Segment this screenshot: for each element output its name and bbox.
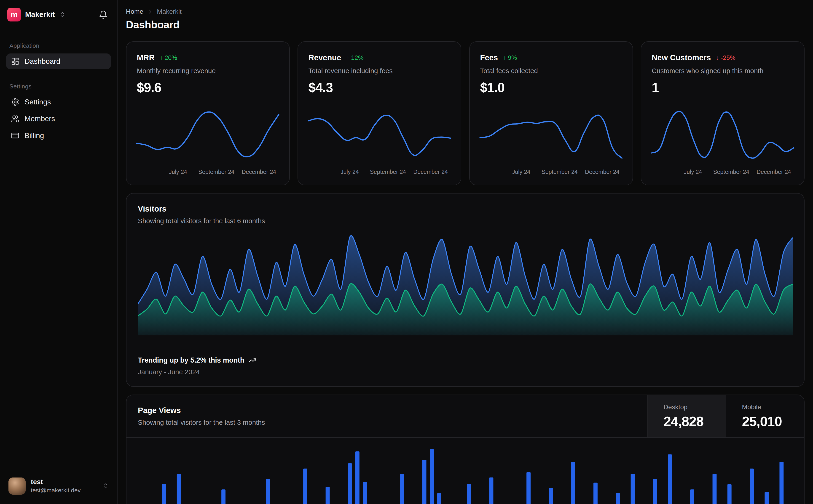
- arrow-up-icon: ↑: [503, 54, 506, 61]
- visitors-period: January - June 2024: [138, 368, 793, 376]
- visitors-card: Visitors Showing total visitors for the …: [126, 193, 805, 387]
- section-label-application: Application: [9, 42, 108, 49]
- page-views-toggle-mobile[interactable]: Mobile 25,010: [726, 395, 804, 437]
- sidebar-item-billing[interactable]: Billing: [6, 128, 111, 143]
- stat-card-revenue: Revenue ↑12% Total revenue including fee…: [298, 41, 461, 185]
- sidebar-item-dashboard[interactable]: Dashboard: [6, 53, 111, 69]
- page-views-subtitle: Showing total visitors for the last 3 mo…: [138, 419, 636, 426]
- stat-card-grid: MRR ↑20% Monthly recurring revenue $9.6 …: [126, 41, 805, 185]
- stat-value: $4.3: [309, 80, 450, 95]
- workspace-name: Makerkit: [25, 10, 55, 19]
- page-views-bar-chart: [138, 445, 793, 504]
- stat-description: Total fees collected: [480, 67, 622, 75]
- breadcrumb: Home Makerkit: [126, 8, 805, 15]
- stat-card-fees: Fees ↑9% Total fees collected $1.0 July …: [469, 41, 633, 185]
- x-axis-labels: July 24September 24December 24: [480, 169, 622, 176]
- stat-label: Desktop: [664, 403, 710, 411]
- dashboard-grid-icon: [11, 57, 19, 66]
- main-content: Home Makerkit Dashboard MRR ↑20% Monthly…: [117, 0, 813, 504]
- trend-badge: ↑20%: [160, 54, 177, 61]
- stat-card-new-customers: New Customers ↓-25% Customers who signed…: [641, 41, 805, 185]
- gear-icon: [11, 98, 19, 106]
- user-menu[interactable]: test test@makerkit.dev: [6, 475, 111, 497]
- arrow-down-icon: ↓: [716, 54, 719, 61]
- page-views-title: Page Views: [138, 406, 636, 415]
- stat-value: 1: [652, 80, 794, 95]
- sidebar-item-label: Billing: [24, 131, 44, 140]
- trend-badge: ↓-25%: [716, 54, 736, 61]
- users-icon: [11, 115, 19, 123]
- sparkline-chart: [652, 105, 794, 165]
- visitors-title: Visitors: [138, 204, 793, 213]
- stat-title: New Customers: [652, 53, 711, 62]
- stat-title: Fees: [480, 53, 498, 62]
- avatar: [8, 477, 26, 495]
- chevron-right-icon: [147, 8, 153, 15]
- x-axis-labels: July 24September 24December 24: [137, 169, 279, 176]
- stat-description: Customers who signed up this month: [652, 67, 794, 75]
- section-label-settings: Settings: [9, 83, 108, 90]
- stat-value: 24,828: [664, 414, 710, 429]
- sidebar-item-settings[interactable]: Settings: [6, 94, 111, 110]
- breadcrumb-current: Makerkit: [157, 8, 181, 15]
- stat-title: MRR: [137, 53, 154, 62]
- trend-badge: ↑9%: [503, 54, 517, 61]
- stat-title: Revenue: [309, 53, 341, 62]
- sparkline-chart: [309, 105, 450, 165]
- notifications-button[interactable]: [97, 8, 110, 21]
- stat-value: $9.6: [137, 80, 279, 95]
- sidebar-item-label: Members: [24, 114, 55, 123]
- trending-up-icon: [249, 356, 256, 364]
- stat-label: Mobile: [742, 403, 789, 411]
- sidebar-item-members[interactable]: Members: [6, 111, 111, 127]
- chevrons-up-down-icon: [102, 483, 109, 489]
- visitors-area-chart: [138, 233, 793, 335]
- credit-card-icon: [11, 131, 19, 140]
- x-axis-labels: July 24September 24December 24: [652, 169, 794, 176]
- page-views-card: Page Views Showing total visitors for th…: [126, 395, 805, 504]
- sparkline-chart: [137, 105, 279, 165]
- bell-icon: [99, 10, 108, 19]
- page-views-toggle-desktop[interactable]: Desktop 24,828: [648, 395, 726, 437]
- sparkline-chart: [480, 105, 622, 165]
- stat-value: $1.0: [480, 80, 622, 95]
- breadcrumb-home-link[interactable]: Home: [126, 8, 143, 15]
- stat-value: 25,010: [742, 414, 789, 429]
- arrow-up-icon: ↑: [160, 54, 163, 61]
- x-axis-labels: July 24September 24December 24: [309, 169, 450, 176]
- workspace-switcher[interactable]: m Makerkit: [6, 7, 111, 23]
- visitors-trend-text: Trending up by 5.2% this month: [138, 356, 245, 364]
- user-name: test: [31, 478, 81, 486]
- sidebar-item-label: Settings: [24, 98, 51, 106]
- sidebar-item-label: Dashboard: [24, 57, 60, 66]
- sidebar: m Makerkit Application Dashboard Setting…: [0, 0, 117, 504]
- user-email: test@makerkit.dev: [31, 487, 81, 494]
- trend-badge: ↑12%: [346, 54, 363, 61]
- stat-description: Total revenue including fees: [309, 67, 450, 75]
- makerkit-logo: m: [7, 8, 21, 21]
- page-title: Dashboard: [126, 19, 805, 31]
- visitors-subtitle: Showing total visitors for the last 6 mo…: [138, 217, 793, 225]
- arrow-up-icon: ↑: [346, 54, 349, 61]
- stat-card-mrr: MRR ↑20% Monthly recurring revenue $9.6 …: [126, 41, 290, 185]
- chevrons-up-down-icon: [59, 11, 66, 18]
- stat-description: Monthly recurring revenue: [137, 67, 279, 75]
